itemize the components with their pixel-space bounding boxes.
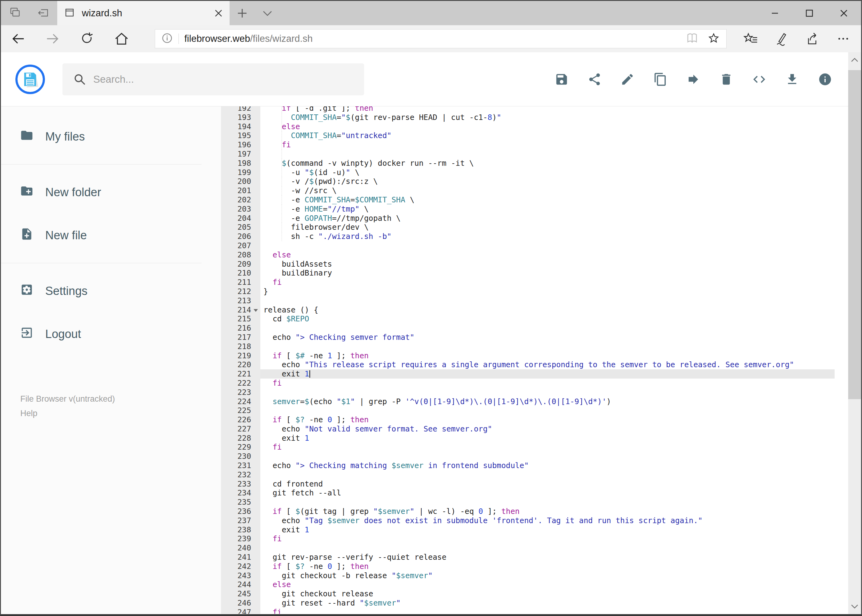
code-line[interactable]: fi	[260, 608, 835, 614]
sidebar-item-logout[interactable]: Logout	[1, 313, 221, 355]
code-line[interactable]: buildBinary	[260, 269, 835, 278]
edit-button[interactable]	[621, 72, 635, 86]
code-line[interactable]: }	[260, 287, 835, 296]
code-line[interactable]	[260, 406, 835, 415]
code-line[interactable]: else	[260, 250, 835, 259]
code-line[interactable]	[260, 544, 835, 553]
code-line[interactable]: echo "> Checking semver format"	[260, 333, 835, 342]
code-line[interactable]: echo "> Checking matching $semver in fro…	[260, 461, 835, 470]
code-line[interactable]: if [ $(git tag | grep "$semver" | wc -l)…	[260, 507, 835, 516]
code-line[interactable]: fi	[260, 443, 835, 452]
sidebar-item-new-folder[interactable]: New folder	[1, 171, 221, 214]
code-line[interactable]: -v /$(pwd):/src:z \	[260, 177, 835, 186]
code-line[interactable]	[260, 452, 835, 461]
code-button[interactable]	[752, 72, 766, 86]
code-line[interactable]: if [ -d .git ]; then	[260, 107, 835, 113]
scroll-up-icon[interactable]	[848, 53, 861, 66]
code-line[interactable]	[260, 388, 835, 397]
code-line[interactable]: release () {	[260, 305, 835, 314]
code-line[interactable]: fi	[260, 534, 835, 544]
page-scrollbar[interactable]	[848, 52, 861, 614]
forward-button[interactable]	[35, 25, 70, 52]
code-line[interactable]: echo "Tag $semver does not exist in subm…	[260, 516, 835, 525]
code-line[interactable]: COMMIT_SHA="$(git rev-parse HEAD | cut -…	[260, 113, 835, 122]
save-button[interactable]	[555, 72, 569, 86]
line-number: 215	[221, 314, 260, 324]
code-line[interactable]	[260, 498, 835, 507]
code-line[interactable]: -e HOME="//tmp" \	[260, 204, 835, 214]
annotate-pen-button[interactable]	[766, 25, 797, 52]
code-line[interactable]: fi	[260, 278, 835, 287]
code-line[interactable]: fi	[260, 140, 835, 149]
code-line[interactable]	[260, 324, 835, 333]
scrollbar-thumb[interactable]	[848, 70, 861, 399]
reading-view-icon[interactable]	[686, 32, 698, 46]
code-line[interactable]: filebrowser/dev \	[260, 223, 835, 232]
sidebar-item-my-files[interactable]: My files	[1, 115, 221, 158]
maximize-button[interactable]	[792, 1, 827, 25]
help-link[interactable]: Help	[20, 406, 221, 421]
address-bar[interactable]: filebrowser.web/files/wizard.sh	[155, 29, 726, 48]
code-line[interactable]	[260, 342, 835, 351]
favorite-star-icon[interactable]	[707, 32, 720, 46]
browser-tab[interactable]: wizard.sh	[57, 1, 230, 25]
code-line[interactable]: git fetch --all	[260, 489, 835, 498]
code-line[interactable]: fi	[260, 379, 835, 388]
code-line[interactable]: git checkout release	[260, 589, 835, 599]
close-window-button[interactable]	[827, 1, 861, 25]
code-line[interactable]	[260, 241, 835, 250]
code-line[interactable]: exit 1	[260, 525, 835, 534]
code-line[interactable]: cd $REPO	[260, 314, 835, 324]
move-button[interactable]	[686, 72, 700, 86]
code-line[interactable]: else	[260, 580, 835, 589]
site-info-icon[interactable]	[161, 32, 173, 45]
code-line[interactable]: COMMIT_SHA="untracked"	[260, 131, 835, 140]
info-button[interactable]	[818, 72, 832, 86]
scroll-down-icon[interactable]	[848, 600, 861, 613]
hub-favorites-button[interactable]	[736, 25, 766, 52]
home-button[interactable]	[104, 25, 139, 52]
code-line[interactable]	[260, 470, 835, 479]
share-button[interactable]	[588, 72, 602, 86]
refresh-button[interactable]	[70, 25, 104, 52]
tab-close-icon[interactable]	[214, 9, 223, 17]
code-line[interactable]: -w //src \	[260, 186, 835, 195]
fold-toggle-icon[interactable]	[254, 309, 258, 312]
code-line[interactable]: cd frontend	[260, 479, 835, 489]
code-line[interactable]: if [ $? -ne 0 ]; then	[260, 415, 835, 424]
code-editor[interactable]: 1921931941951961971981992002012022032042…	[221, 107, 861, 614]
set-tabs-aside-button[interactable]	[36, 6, 50, 20]
code-line[interactable]: semver=$(echo "$1" | grep -P '^v(0|[1-9]…	[260, 397, 835, 406]
code-line[interactable]: -e GOPATH=//tmp/gopath \	[260, 214, 835, 223]
code-line[interactable]	[260, 149, 835, 159]
code-line[interactable]: buildAssets	[260, 259, 835, 269]
minimize-button[interactable]	[758, 1, 792, 25]
delete-button[interactable]	[719, 72, 733, 86]
code-line[interactable]: echo "Not valid semver format. See semve…	[260, 424, 835, 434]
code-line[interactable]: echo "This release script requires a sin…	[260, 360, 835, 369]
code-line[interactable]: exit 1	[260, 369, 835, 379]
code-line[interactable]: -e COMMIT_SHA=$COMMIT_SHA \	[260, 195, 835, 204]
sidebar-item-settings[interactable]: Settings	[1, 269, 221, 313]
more-options-button[interactable]	[828, 25, 859, 52]
code-line[interactable]: exit 1	[260, 434, 835, 443]
code-line[interactable]: -u "$(id -u)" \	[260, 168, 835, 177]
code-line[interactable]: if [ $? -ne 0 ]; then	[260, 562, 835, 571]
sidebar-item-new-file[interactable]: New file	[1, 214, 221, 257]
code-line[interactable]	[260, 296, 835, 305]
copy-button[interactable]	[653, 72, 668, 86]
code-line[interactable]: git checkout -b release "$semver"	[260, 571, 835, 580]
code-line[interactable]: if [ $# -ne 1 ]; then	[260, 351, 835, 360]
code-line[interactable]: sh -c "./wizard.sh -b"	[260, 232, 835, 241]
code-line[interactable]: $(command -v winpty) docker run --rm -it…	[260, 159, 835, 168]
code-line[interactable]: else	[260, 122, 835, 131]
code-line[interactable]: git reset --hard "$semver"	[260, 599, 835, 608]
tab-preview-button[interactable]	[8, 6, 21, 20]
download-button[interactable]	[785, 72, 799, 86]
code-line[interactable]: git rev-parse --verify --quiet release	[260, 553, 835, 562]
tab-list-chevron-icon[interactable]	[255, 1, 280, 25]
back-button[interactable]	[1, 25, 35, 52]
search-input[interactable]	[63, 63, 364, 95]
share-button[interactable]	[797, 25, 828, 52]
new-tab-button[interactable]	[230, 1, 255, 25]
